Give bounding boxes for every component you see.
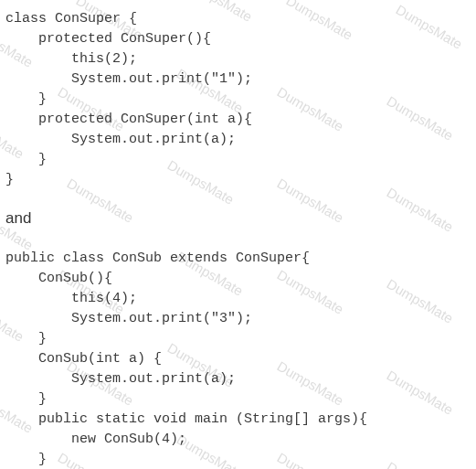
code-block-consuper: class ConSuper { protected ConSuper(){ t… — [0, 0, 476, 199]
code-block-consub: public class ConSub extends ConSuper{ Co… — [0, 240, 476, 469]
between-label: and — [0, 199, 476, 240]
